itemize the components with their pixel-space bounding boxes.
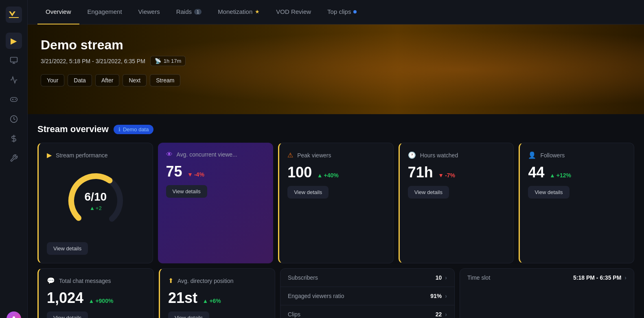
followers-header: 👤 Followers <box>528 151 626 159</box>
clips-item[interactable]: Clips 22 › <box>280 305 454 318</box>
avg-concurrent-view-details-button[interactable]: View details <box>166 185 207 198</box>
engaged-value-group: 91% › <box>430 293 447 299</box>
stream-title: Demo stream <box>41 38 631 53</box>
overview-section: Stream overview ℹ Demo data ▶ Stream per… <box>28 114 644 318</box>
total-chat-value: 1,024 <box>47 289 83 306</box>
tab-viewers[interactable]: Viewers <box>130 0 168 24</box>
eye-icon: 👁 <box>166 151 173 158</box>
total-chat-view-details-button[interactable]: View details <box>47 311 88 318</box>
tab-vod-label: VOD Review <box>276 8 311 15</box>
followers-view-details-button[interactable]: View details <box>528 186 569 199</box>
total-chat-card: 💬 Total chat messages 1,024 ▲ +900% View… <box>37 268 154 318</box>
clips-dot-icon <box>353 10 357 13</box>
info-icon: ℹ <box>118 126 120 132</box>
followers-change: ▲ +12% <box>550 172 571 179</box>
demo-badge: ℹ Demo data <box>114 125 154 134</box>
time-slot-item[interactable]: Time slot 5:18 PM - 6:35 PM › <box>460 269 634 287</box>
hero-tags: Your Data After Next Stream <box>41 74 631 86</box>
logo[interactable] <box>6 7 22 23</box>
avg-concurrent-title: Avg. concurrent viewe... <box>177 151 237 158</box>
engaged-label: Engaged viewers ratio <box>288 293 344 299</box>
tag-after: After <box>95 74 120 86</box>
clock-card-icon: 🕐 <box>408 151 416 159</box>
total-chat-value-row: 1,024 ▲ +900% <box>47 289 145 307</box>
cards-grid-top: ▶ Stream performance 6/10 <box>37 143 634 263</box>
tag-data: Data <box>68 74 92 86</box>
stream-date-range: 3/21/2022, 5:18 PM - 3/21/2022, 6:35 PM <box>41 58 145 64</box>
tab-top-clips[interactable]: Top clips <box>319 0 365 24</box>
sidebar-item-tools[interactable] <box>6 150 22 166</box>
gauge-score: 6/10 <box>85 190 107 203</box>
tab-monetization-label: Monetization <box>218 8 252 15</box>
sidebar-item-tv[interactable] <box>6 52 22 68</box>
tab-overview[interactable]: Overview <box>37 0 79 24</box>
tab-monetization[interactable]: Monetization ★ <box>210 0 268 24</box>
tab-engagement[interactable]: Engagement <box>79 0 130 24</box>
tab-engagement-label: Engagement <box>88 8 122 15</box>
sidebar-item-gamepad[interactable] <box>6 91 22 108</box>
clips-value: 22 <box>436 311 442 318</box>
avg-concurrent-value-row: 75 ▼ -4% <box>166 163 265 180</box>
clips-value-group: 22 › <box>436 311 447 318</box>
gauge-arrow: ▲ <box>90 205 95 211</box>
avg-directory-card: ⬆ Avg. directory position 21st ▲ +6% Vie… <box>159 268 275 318</box>
avg-directory-value-row: 21st ▲ +6% <box>168 289 267 307</box>
duration-value: 1h 17m <box>164 58 181 64</box>
avg-directory-value: 21st <box>168 289 197 306</box>
chat-icon: 💬 <box>47 277 55 285</box>
gauge-container: 6/10 ▲ +2 <box>47 164 145 237</box>
hours-watched-view-details-button[interactable]: View details <box>408 186 449 199</box>
sidebar-item-chart[interactable] <box>6 72 22 88</box>
subscribers-label: Subscribers <box>288 274 318 281</box>
tab-viewers-label: Viewers <box>138 8 160 15</box>
overview-header: Stream overview ℹ Demo data <box>37 124 634 135</box>
sidebar-item-clock[interactable] <box>6 111 22 127</box>
hero-banner: Demo stream 3/21/2022, 5:18 PM - 3/21/20… <box>28 24 644 114</box>
total-chat-header: 💬 Total chat messages <box>47 277 145 285</box>
engaged-value: 91% <box>430 293 442 299</box>
gauge-visual: 6/10 ▲ +2 <box>63 168 128 233</box>
user-avatar[interactable] <box>7 311 21 318</box>
time-slot-label: Time slot <box>467 274 490 281</box>
signal-icon: 📡 <box>155 58 161 64</box>
user-plus-icon: 👤 <box>528 151 536 159</box>
avg-directory-view-details-button[interactable]: View details <box>168 311 209 318</box>
tab-clips-label: Top clips <box>327 8 351 15</box>
engaged-viewers-item[interactable]: Engaged viewers ratio 91% › <box>280 287 454 305</box>
time-slot-card: Time slot 5:18 PM - 6:35 PM › <box>460 268 634 318</box>
hours-watched-card: 🕐 Hours watched 71h ▼ -7% View details <box>399 143 514 263</box>
peak-viewers-view-details-button[interactable]: View details <box>287 186 329 199</box>
arrow-up-icon: ⬆ <box>168 277 173 285</box>
play-card-icon: ▶ <box>47 151 52 159</box>
demo-badge-label: Demo data <box>123 126 149 132</box>
warning-icon: ⚠ <box>287 151 293 159</box>
tab-vod-review[interactable]: VOD Review <box>268 0 319 24</box>
stream-duration: 📡 1h 17m <box>150 56 186 66</box>
avg-concurrent-card: 👁 Avg. concurrent viewe... 75 ▼ -4% View… <box>158 143 274 263</box>
peak-viewers-value: 100 <box>287 164 312 181</box>
svg-rect-0 <box>6 7 22 23</box>
sidebar-item-play[interactable]: ▶ <box>6 33 22 49</box>
followers-title: Followers <box>540 152 565 159</box>
total-chat-title: Total chat messages <box>59 278 111 284</box>
hours-watched-title: Hours watched <box>420 152 458 159</box>
perf-view-details-button[interactable]: View details <box>47 242 88 255</box>
main-content: Overview Engagement Viewers Raids 1 Mone… <box>28 0 644 318</box>
top-navigation: Overview Engagement Viewers Raids 1 Mone… <box>28 0 644 24</box>
tab-raids[interactable]: Raids 1 <box>168 0 210 24</box>
overview-title: Stream overview <box>37 124 109 135</box>
time-slot-chevron-icon: › <box>624 274 626 281</box>
subscribers-value: 10 <box>436 274 442 281</box>
peak-viewers-change: ▲ +40% <box>317 172 339 179</box>
stream-meta: 3/21/2022, 5:18 PM - 3/21/2022, 6:35 PM … <box>41 56 631 66</box>
monetization-star-icon: ★ <box>255 9 260 15</box>
avg-directory-change: ▲ +6% <box>203 298 221 304</box>
avg-concurrent-value: 75 <box>166 163 182 180</box>
engaged-chevron-icon: › <box>445 293 447 299</box>
peak-viewers-card: ⚠ Peak viewers 100 ▲ +40% View details <box>278 143 394 263</box>
gauge-change: ▲ +2 <box>85 205 107 211</box>
subscribers-value-group: 10 › <box>436 274 447 281</box>
hours-watched-change: ▼ -7% <box>438 172 455 179</box>
sidebar-item-dollar[interactable] <box>6 130 22 147</box>
subscribers-item[interactable]: Subscribers 10 › <box>280 269 454 287</box>
